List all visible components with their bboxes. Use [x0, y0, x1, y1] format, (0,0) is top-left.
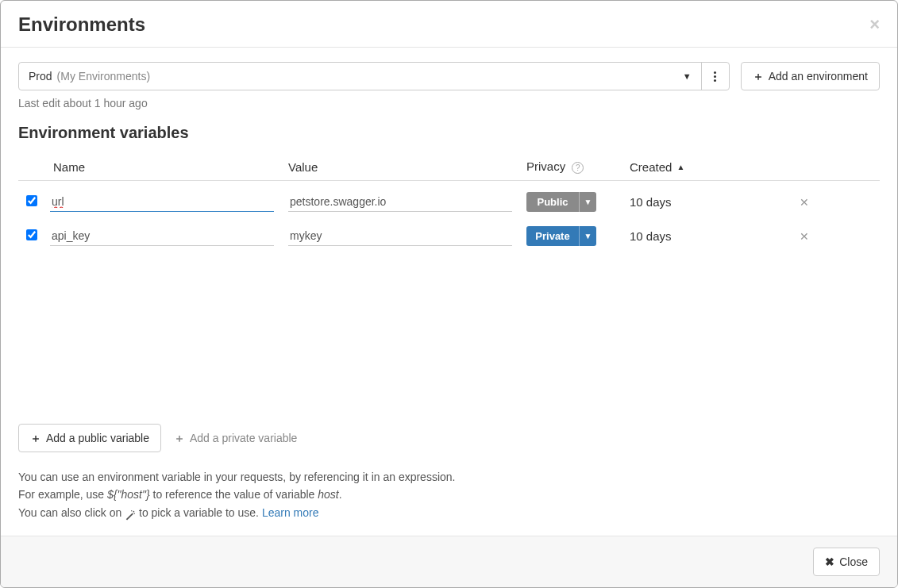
- help-line-2: For example, use ${"host"} to reference …: [18, 486, 880, 503]
- row-checkbox[interactable]: [26, 195, 37, 206]
- sort-asc-icon: ▲: [676, 163, 684, 171]
- modal-footer: ✖ Close: [1, 536, 897, 587]
- chevron-down-icon: ▼: [683, 71, 692, 81]
- help-line-1: You can use an environment variable in y…: [18, 468, 880, 486]
- column-created[interactable]: Created ▲: [630, 160, 788, 174]
- row-checkbox[interactable]: [26, 229, 37, 240]
- environment-dropdown[interactable]: Prod (My Environments) ▼: [19, 63, 702, 90]
- created-cell: 10 days: [630, 229, 788, 243]
- column-value: Value: [288, 160, 526, 174]
- environment-selector-row: Prod (My Environments) ▼ ＋ Add an enviro…: [18, 62, 880, 90]
- close-icon[interactable]: ×: [869, 16, 880, 33]
- chevron-down-icon: ▼: [579, 192, 596, 212]
- variable-value-input[interactable]: [288, 226, 512, 246]
- table-header: Name Value Privacy ? Created ▲: [18, 153, 880, 181]
- chevron-down-icon: ▼: [579, 226, 596, 246]
- variable-name-input[interactable]: [50, 192, 274, 212]
- selected-env-group: (My Environments): [57, 70, 150, 83]
- add-variable-row: ＋ Add a public variable ＋ Add a private …: [18, 424, 880, 452]
- add-private-variable-button[interactable]: ＋ Add a private variable: [171, 425, 300, 451]
- column-name: Name: [50, 160, 288, 174]
- selected-env-name: Prod: [29, 70, 52, 83]
- svg-point-1: [131, 510, 132, 511]
- learn-more-link[interactable]: Learn more: [262, 506, 319, 519]
- help-text: You can use an environment variable in y…: [18, 468, 880, 521]
- privacy-toggle[interactable]: Private ▼: [526, 226, 596, 246]
- variables-table: Name Value Privacy ? Created ▲: [18, 153, 880, 249]
- add-environment-label: Add an environment: [769, 70, 868, 83]
- add-public-variable-button[interactable]: ＋ Add a public variable: [18, 424, 161, 452]
- last-edit-text: Last edit about 1 hour ago: [18, 97, 880, 110]
- close-icon: ✖: [825, 556, 834, 567]
- table-row: Private ▼ 10 days ✕: [18, 215, 880, 249]
- variable-name-input[interactable]: [50, 226, 274, 246]
- plus-icon: ＋: [753, 71, 764, 82]
- modal-body: Prod (My Environments) ▼ ＋ Add an enviro…: [1, 48, 897, 536]
- table-row: Public ▼ 10 days ✕: [18, 181, 880, 215]
- column-privacy: Privacy ?: [526, 159, 630, 174]
- delete-row-button[interactable]: ✕: [788, 230, 820, 243]
- modal-title: Environments: [18, 13, 145, 36]
- environment-select-group: Prod (My Environments) ▼: [18, 62, 730, 90]
- kebab-icon: [714, 71, 716, 82]
- privacy-label: Public: [526, 192, 579, 212]
- plus-icon: ＋: [174, 432, 185, 444]
- privacy-label: Private: [526, 226, 579, 246]
- add-environment-button[interactable]: ＋ Add an environment: [741, 62, 880, 90]
- delete-row-button[interactable]: ✕: [788, 196, 820, 209]
- privacy-toggle[interactable]: Public ▼: [526, 192, 596, 212]
- help-line-3: You can also click on to pick a variable…: [18, 504, 880, 521]
- plus-icon: ＋: [30, 432, 41, 444]
- close-button[interactable]: ✖ Close: [813, 548, 880, 576]
- variable-value-input[interactable]: [288, 192, 512, 212]
- svg-point-0: [133, 511, 135, 513]
- wand-icon: [125, 508, 136, 519]
- help-icon[interactable]: ?: [572, 162, 584, 174]
- environments-modal: Environments × Prod (My Environments) ▼ …: [0, 0, 898, 588]
- modal-header: Environments ×: [1, 1, 897, 48]
- created-cell: 10 days: [630, 195, 788, 209]
- section-title: Environment variables: [18, 124, 880, 142]
- environment-menu-button[interactable]: [702, 63, 729, 90]
- svg-point-2: [134, 513, 135, 513]
